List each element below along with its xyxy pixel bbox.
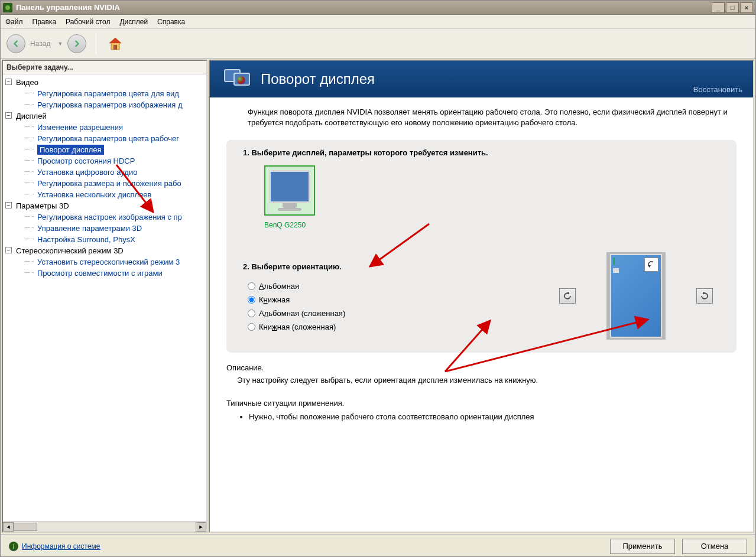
menu-desktop[interactable]: Рабочий стол: [66, 18, 110, 26]
orientation-preview: [559, 252, 713, 340]
config-panel: 1. Выберите дисплей, параметры которого …: [226, 140, 736, 353]
radio-landscape-flipped-label[interactable]: Альбомная (сложенная): [259, 309, 345, 318]
close-button[interactable]: ×: [740, 2, 753, 13]
typical-list: Нужно, чтобы положение рабочего стола со…: [237, 412, 736, 421]
sidebar-header: Выберите задачу...: [3, 61, 206, 74]
forward-button[interactable]: [67, 34, 86, 53]
preview-monitor: [606, 252, 666, 340]
radio-portrait-flipped[interactable]: [248, 323, 255, 331]
menu-file[interactable]: Файл: [5, 18, 23, 26]
tree-group-display[interactable]: − Дисплей: [3, 110, 206, 122]
radio-portrait[interactable]: [248, 296, 255, 304]
tree-item[interactable]: Настройка Surround, PhysX: [3, 234, 206, 245]
svg-rect-0: [113, 45, 117, 50]
minimize-button[interactable]: _: [712, 2, 725, 13]
menubar: Файл Правка Рабочий стол Дисплей Справка: [1, 15, 755, 29]
tree-item[interactable]: Установка цифрового аудио: [3, 167, 206, 178]
page-title: Поворот дисплея: [261, 71, 375, 87]
collapse-icon[interactable]: −: [5, 112, 12, 119]
display-tile[interactable]: [264, 165, 315, 216]
display-name: BenQ G2250: [264, 221, 720, 229]
collapse-icon[interactable]: −: [5, 247, 12, 253]
tree-group-3d[interactable]: − Параметры 3D: [3, 200, 206, 211]
radio-landscape-label[interactable]: Альбомная: [259, 282, 299, 291]
content-header: Поворот дисплея Восстановить: [210, 61, 753, 97]
window-title: Панель управления NVIDIA: [16, 3, 712, 12]
cancel-button[interactable]: Отмена: [682, 539, 747, 554]
app-icon: [3, 3, 12, 12]
tree-item-rotate-display[interactable]: Поворот дисплея: [3, 144, 206, 155]
collapse-icon[interactable]: −: [5, 202, 12, 209]
tree-item[interactable]: Просмотр совместимости с играми: [3, 268, 206, 279]
footer: i Информация о системе Применить Отмена: [1, 534, 755, 557]
tree-item[interactable]: Регулировка размера и положения рабо: [3, 178, 206, 189]
menu-display[interactable]: Дисплей: [119, 18, 148, 26]
tree-item[interactable]: Регулировка настроек изображения с пр: [3, 211, 206, 223]
titlebar: Панель управления NVIDIA _ □ ×: [1, 1, 755, 15]
radio-landscape-flipped[interactable]: [248, 310, 255, 317]
back-dropdown-icon[interactable]: ▼: [57, 41, 63, 47]
back-button[interactable]: [7, 34, 25, 53]
content-pane: Поворот дисплея Восстановить Функция пов…: [209, 60, 754, 533]
tree-item[interactable]: Установка нескольких дисплеев: [3, 189, 206, 200]
tree-item[interactable]: Просмотр состояния HDCP: [3, 155, 206, 167]
radio-portrait-flipped-label[interactable]: Книжная (сложенная): [259, 323, 336, 331]
tree-item[interactable]: Регулировка параметров цвета для вид: [3, 88, 206, 99]
step1-title: 1. Выберите дисплей, параметры которого …: [243, 148, 720, 157]
restore-defaults-link[interactable]: Восстановить: [693, 85, 742, 94]
info-icon: i: [9, 542, 18, 551]
tree-group-video[interactable]: − Видео: [3, 77, 206, 88]
tree-item[interactable]: Изменение разрешения: [3, 122, 206, 133]
description-text: Эту настройку следует выбрать, если орие…: [237, 376, 736, 385]
menu-help[interactable]: Справка: [157, 18, 185, 26]
toolbar: Назад ▼: [1, 29, 755, 58]
radio-landscape[interactable]: [248, 282, 255, 290]
typical-item: Нужно, чтобы положение рабочего стола со…: [249, 412, 736, 421]
sidebar: Выберите задачу... − Видео Регулировка п…: [2, 60, 207, 533]
rotate-indicator-icon: [644, 258, 658, 272]
tree-group-stereo3d[interactable]: − Стереоскопический режим 3D: [3, 245, 206, 256]
rotate-ccw-button[interactable]: [559, 288, 576, 304]
toolbar-separator: [96, 32, 96, 55]
scroll-left-button[interactable]: ◄: [3, 522, 14, 532]
system-info-link[interactable]: i Информация о системе: [9, 542, 100, 551]
home-button[interactable]: [106, 34, 125, 53]
tree-item[interactable]: Установить стереоскопический режим 3: [3, 256, 206, 268]
tree-item[interactable]: Управление параметрами 3D: [3, 223, 206, 234]
task-tree: − Видео Регулировка параметров цвета для…: [3, 74, 206, 521]
display-rotation-icon: [224, 67, 252, 92]
menu-edit[interactable]: Правка: [33, 18, 57, 26]
scroll-right-button[interactable]: ►: [196, 522, 206, 532]
collapse-icon[interactable]: −: [5, 79, 12, 85]
description-label: Описание.: [226, 363, 736, 372]
tree-item[interactable]: Регулировка параметров изображения д: [3, 99, 206, 110]
radio-portrait-label[interactable]: Книжная: [259, 295, 290, 304]
back-label: Назад: [30, 40, 50, 48]
apply-button[interactable]: Применить: [610, 539, 675, 554]
typical-label: Типичные ситуации применения.: [226, 399, 736, 408]
horizontal-scrollbar[interactable]: ◄ ►: [3, 521, 206, 532]
intro-text: Функция поворота дисплея NVIDIA позволяе…: [248, 107, 736, 128]
maximize-button[interactable]: □: [726, 2, 739, 13]
tree-item[interactable]: Регулировка параметров цвета рабочег: [3, 133, 206, 144]
rotate-cw-button[interactable]: [696, 288, 713, 304]
scroll-thumb[interactable]: [14, 523, 37, 531]
